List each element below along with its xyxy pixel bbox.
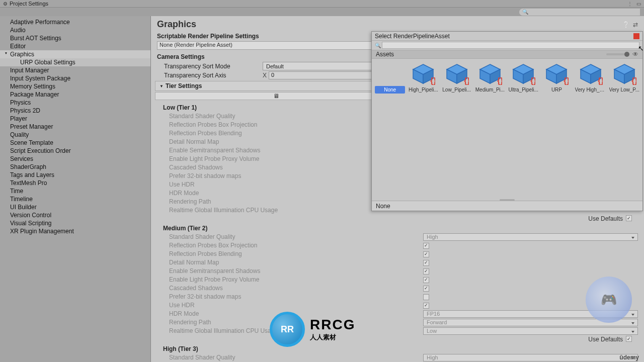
tier-prop-dropdown[interactable]: Low	[423, 327, 638, 335]
tier-prop: Standard Shader QualityHigh	[157, 353, 638, 362]
sidebar-item-time[interactable]: Time	[0, 187, 150, 195]
tier-prop-label: Enable Light Probe Proxy Volume	[169, 276, 423, 284]
settings-sidebar: Adaptive PerformanceAudioBurst AOT Setti…	[0, 16, 151, 362]
tier-prop-checkbox[interactable]: ✓	[423, 277, 429, 283]
asset-item-low-pipeli-[interactable]: {}Low_Pipeli...	[442, 63, 472, 94]
sidebar-item-input-manager[interactable]: Input Manager	[0, 66, 150, 74]
sidebar-item-visual-scripting[interactable]: Visual Scripting	[0, 219, 150, 227]
tier-prop-checkbox[interactable]: ✓	[423, 286, 429, 292]
pipeline-asset-icon: {}	[544, 63, 569, 86]
tier-prop-label: Prefer 32-bit shadow maps	[169, 293, 423, 301]
sidebar-item-physics[interactable]: Physics	[0, 99, 150, 107]
popout-icon[interactable]: ▭	[636, 1, 641, 7]
sidebar-item-script-execution-order[interactable]: Script Execution Order	[0, 147, 150, 155]
tsortaxis-label: Transparency Sort Axis	[157, 72, 263, 79]
asset-label: High_Pipeli...	[408, 86, 438, 94]
sidebar-item-physics-2d[interactable]: Physics 2D	[0, 107, 150, 115]
page-title: Graphics	[157, 19, 196, 30]
sidebar-item-xr-plugin-management[interactable]: XR Plugin Management	[0, 227, 150, 235]
asset-item-medium-pi-[interactable]: {}Medium_Pi...	[475, 63, 505, 94]
sidebar-item-version-control[interactable]: Version Control	[0, 211, 150, 219]
asset-item-very-low-p-[interactable]: {}Very Low_P...	[609, 63, 639, 94]
asset-label: Ultra_Pipeli...	[508, 86, 538, 94]
menu-icon[interactable]: ⋮	[627, 1, 632, 7]
tier-prop: Detail Normal Map✓	[157, 258, 638, 267]
preset-icon[interactable]: ⇄	[633, 21, 638, 28]
tier-prop-checkbox[interactable]: ✓	[423, 251, 429, 257]
use-defaults-label: Use Defaults	[588, 336, 623, 343]
svg-text:{}: {}	[564, 76, 569, 85]
rrcg-watermark: RR RRCG 人人素材	[270, 312, 355, 347]
use-defaults-checkbox[interactable]: ✓	[626, 215, 632, 221]
asset-item-none[interactable]: None	[375, 63, 405, 94]
svg-text:{}: {}	[530, 76, 535, 85]
pipeline-asset-icon: {}	[578, 63, 603, 86]
sidebar-item-player[interactable]: Player	[0, 115, 150, 123]
settings-search-input[interactable]: 🔍	[519, 9, 640, 16]
sidebar-item-audio[interactable]: Audio	[0, 26, 150, 34]
sidebar-item-services[interactable]: Services	[0, 155, 150, 163]
platform-tab-standalone[interactable]: 🖥	[155, 93, 398, 100]
pipeline-asset-icon: {}	[477, 63, 503, 86]
sidebar-item-timeline[interactable]: Timeline	[0, 195, 150, 203]
sidebar-item-scene-template[interactable]: Scene Template	[0, 139, 150, 147]
eye-icon[interactable]: 👁	[632, 51, 638, 58]
asset-label: None	[375, 86, 405, 94]
sidebar-item-adaptive-performance[interactable]: Adaptive Performance	[0, 18, 150, 26]
sidebar-item-shadergraph[interactable]: ShaderGraph	[0, 163, 150, 171]
tier-prop: HDR ModeFP16	[157, 310, 638, 318]
sidebar-item-graphics[interactable]: Graphics	[0, 50, 150, 58]
sidebar-item-package-manager[interactable]: Package Manager	[0, 90, 150, 99]
tier-prop-checkbox[interactable]: ✓	[423, 243, 429, 249]
asset-picker-popup: Select RenderPipelineAsset 🔍 Assets 👁 No…	[371, 31, 643, 211]
tier-prop-checkbox[interactable]: ✓	[423, 260, 429, 266]
use-defaults-label: Use Defaults	[588, 215, 623, 222]
sidebar-item-preset-manager[interactable]: Preset Manager	[0, 123, 150, 131]
asset-item-urp[interactable]: {}URP	[541, 63, 572, 94]
srp-asset-value: None (Render Pipeline Asset)	[159, 42, 232, 48]
tier-prop-value: FP16	[427, 310, 440, 318]
tier-prop-dropdown[interactable]: High	[423, 354, 638, 361]
sidebar-item-ui-builder[interactable]: UI Builder	[0, 203, 150, 211]
axis-x-value: 0	[271, 72, 274, 78]
tier-prop-value: Low	[427, 327, 437, 335]
tier-prop-checkbox[interactable]: ✓	[423, 303, 429, 309]
tier-prop-dropdown[interactable]: High	[423, 233, 638, 241]
tier-prop: Cascaded Shadows✓	[157, 284, 638, 293]
popup-size-slider[interactable]	[606, 53, 629, 55]
tier-prop: Enable Light Probe Proxy Volume✓	[157, 276, 638, 284]
popup-search-input[interactable]	[382, 42, 639, 49]
sidebar-item-input-system-package[interactable]: Input System Package	[0, 74, 150, 82]
window-controls[interactable]: ⋮ ▭	[627, 1, 641, 7]
sidebar-item-editor[interactable]: Editor	[0, 42, 150, 50]
asset-label: URP	[541, 86, 572, 94]
tier-prop-checkbox[interactable]	[423, 294, 429, 300]
asset-item-very-high-p-[interactable]: {}Very High_P...	[575, 63, 606, 94]
tier-prop-value: High	[427, 233, 438, 241]
pipeline-asset-icon: {}	[511, 63, 536, 86]
tier-name: Medium (Tier 2)	[157, 223, 638, 233]
close-icon[interactable]	[633, 33, 639, 39]
sidebar-item-textmesh-pro[interactable]: TextMesh Pro	[0, 179, 150, 187]
tier-prop-checkbox[interactable]: ✓	[423, 268, 429, 275]
sidebar-item-urp-global-settings[interactable]: URP Global Settings	[0, 58, 150, 66]
window-title: Project Settings	[10, 1, 48, 7]
tsort-value: Default	[266, 63, 284, 69]
popup-title: Select RenderPipelineAsset	[375, 33, 450, 40]
tier-prop: Reflection Probes Box Projection✓	[157, 241, 638, 250]
sidebar-item-memory-settings[interactable]: Memory Settings	[0, 82, 150, 90]
tier-name: High (Tier 3)	[157, 343, 638, 353]
asset-label: Low_Pipeli...	[442, 86, 472, 94]
svg-text:{}: {}	[430, 76, 435, 85]
search-icon: 🔍	[522, 9, 528, 15]
asset-item-high-pipeli-[interactable]: {}High_Pipeli...	[408, 63, 438, 94]
sidebar-item-quality[interactable]: Quality	[0, 131, 150, 139]
tier-prop-label: Standard Shader Quality	[169, 353, 423, 362]
use-defaults-checkbox[interactable]: ✓	[626, 336, 632, 342]
sidebar-item-tags-and-layers[interactable]: Tags and Layers	[0, 171, 150, 179]
tier-prop: Enable Semitransparent Shadows✓	[157, 267, 638, 276]
asset-item-ultra-pipeli-[interactable]: {}Ultra_Pipeli...	[508, 63, 538, 94]
pipeline-asset-icon: {}	[612, 63, 637, 86]
sidebar-item-burst-aot-settings[interactable]: Burst AOT Settings	[0, 34, 150, 42]
help-icon[interactable]: ❔	[622, 21, 630, 28]
